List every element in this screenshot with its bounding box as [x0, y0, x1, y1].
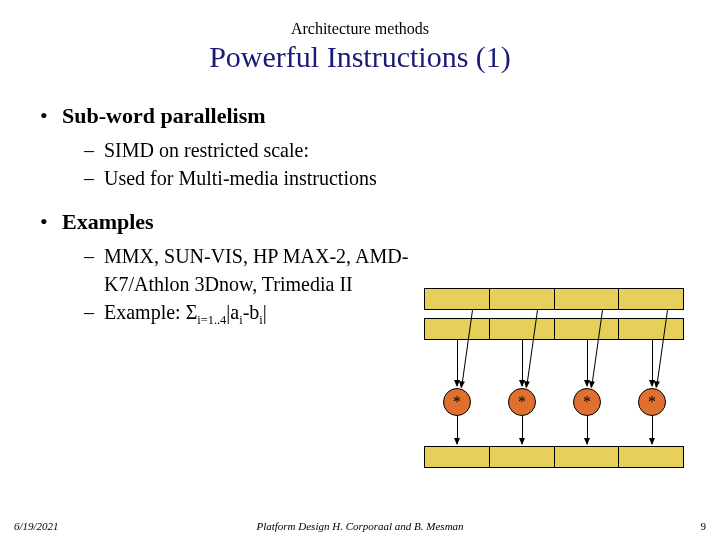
op-node: * [508, 388, 536, 416]
output-bar [424, 446, 684, 468]
arrow-icon [587, 416, 588, 444]
footer: 6/19/2021 Platform Design H. Corporaal a… [0, 520, 720, 532]
lane-cell [619, 289, 683, 309]
lane-cell [490, 289, 555, 309]
slide-title: Powerful Instructions (1) [40, 40, 680, 74]
op-node: * [573, 388, 601, 416]
footer-page: 9 [701, 520, 707, 532]
bullet-label: Sub-word parallelism [62, 102, 266, 130]
sub-item: – Used for Multi-media instructions [84, 164, 680, 192]
lane-cell [619, 447, 683, 467]
bullet-dot-icon: • [40, 102, 62, 130]
arrow-icon [457, 340, 458, 386]
bullet-subword: • Sub-word parallelism – SIMD on restric… [40, 102, 680, 192]
lane-cell [425, 447, 490, 467]
lane-cell [490, 319, 555, 339]
lane-cell [555, 289, 620, 309]
op-symbol: * [648, 394, 656, 410]
slide: Architecture methods Powerful Instructio… [0, 0, 720, 334]
dash-icon: – [84, 242, 104, 298]
arrow-icon [652, 340, 653, 386]
input-bar-a [424, 288, 684, 310]
lane-cell [619, 319, 683, 339]
footer-center: Platform Design H. Corporaal and B. Mesm… [0, 520, 720, 532]
formula-prefix: Example: [104, 301, 186, 323]
arrow-icon [652, 416, 653, 444]
op-symbol: * [453, 394, 461, 410]
arrow-icon [457, 416, 458, 444]
dash-icon: – [84, 164, 104, 192]
formula-sub: i=1..4 [197, 313, 226, 327]
lane-cell [425, 319, 490, 339]
lane-cell [490, 447, 555, 467]
arrow-icon [587, 340, 588, 386]
sigma-icon: Σ [186, 301, 198, 323]
lane-cell [555, 319, 620, 339]
bullet-label: Examples [62, 208, 154, 236]
formula-part: -b [243, 301, 260, 323]
simd-diagram: * * * * [424, 288, 686, 474]
footer-date: 6/19/2021 [14, 520, 59, 532]
op-symbol: * [583, 394, 591, 410]
sub-item: – SIMD on restricted scale: [84, 136, 680, 164]
op-node: * [443, 388, 471, 416]
op-node: * [638, 388, 666, 416]
lane-cell [555, 447, 620, 467]
formula-part: |a [226, 301, 239, 323]
sub-text: Used for Multi-media instructions [104, 164, 680, 192]
input-bar-b [424, 318, 684, 340]
formula-part: | [263, 301, 267, 323]
lane-cell [425, 289, 490, 309]
arrow-icon [522, 340, 523, 386]
dash-icon: – [84, 136, 104, 164]
bullet-dot-icon: • [40, 208, 62, 236]
dash-icon: – [84, 298, 104, 334]
arrow-icon [522, 416, 523, 444]
sub-text: SIMD on restricted scale: [104, 136, 680, 164]
pretitle: Architecture methods [40, 20, 680, 38]
op-symbol: * [518, 394, 526, 410]
